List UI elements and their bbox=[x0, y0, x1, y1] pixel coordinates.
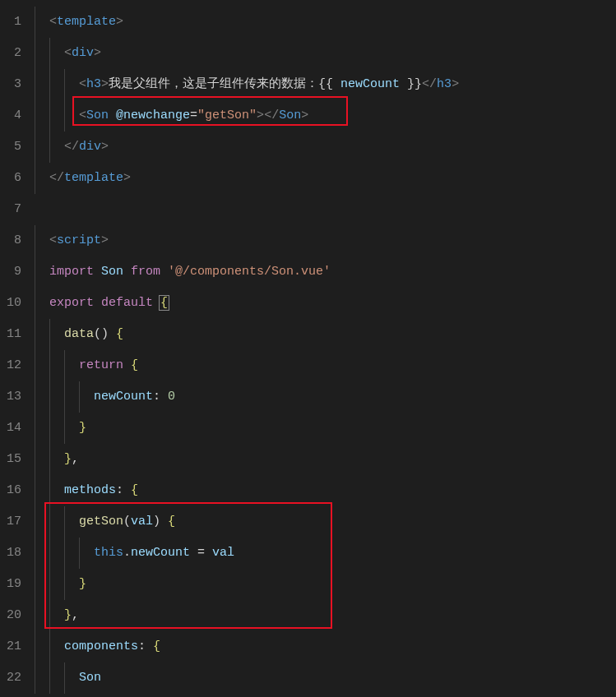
line-number: 22 bbox=[7, 662, 21, 694]
line-number: 15 bbox=[7, 444, 21, 475]
code-line[interactable]: <h3>我是父组件，这是子组件传来的数据：{{ newCount }}</h3> bbox=[35, 69, 616, 100]
line-number: 4 bbox=[7, 100, 21, 132]
line-number: 21 bbox=[7, 631, 21, 662]
code-line[interactable]: <div> bbox=[35, 38, 616, 69]
code-line[interactable] bbox=[35, 194, 616, 225]
code-line[interactable]: data() { bbox=[35, 319, 616, 350]
code-line[interactable]: </template> bbox=[35, 163, 616, 194]
code-area[interactable]: <template> <div> <h3>我是父组件，这是子组件传来的数据：{{… bbox=[31, 0, 616, 697]
code-line[interactable]: import Son from '@/components/Son.vue' bbox=[35, 256, 616, 288]
line-number: 19 bbox=[7, 569, 21, 600]
code-line[interactable]: return { bbox=[35, 350, 616, 381]
code-line[interactable]: Son bbox=[35, 662, 616, 694]
code-line[interactable]: components: { bbox=[35, 631, 616, 662]
code-line[interactable]: } bbox=[35, 569, 616, 600]
code-line[interactable]: this.newCount = val bbox=[35, 538, 616, 569]
code-line[interactable]: <Son @newchange="getSon"></Son> bbox=[35, 100, 616, 132]
line-number: 6 bbox=[7, 163, 21, 194]
line-number: 10 bbox=[7, 288, 21, 319]
line-number: 9 bbox=[7, 256, 21, 288]
code-line[interactable]: <template> bbox=[35, 7, 616, 38]
line-number: 20 bbox=[7, 600, 21, 631]
line-number: 11 bbox=[7, 319, 21, 350]
line-number: 18 bbox=[7, 538, 21, 569]
code-line[interactable]: newCount: 0 bbox=[35, 381, 616, 413]
line-number: 12 bbox=[7, 350, 21, 381]
code-line[interactable]: export default { bbox=[35, 288, 616, 319]
line-number: 2 bbox=[7, 38, 21, 69]
line-number: 5 bbox=[7, 132, 21, 163]
code-line[interactable]: } bbox=[35, 413, 616, 444]
code-editor[interactable]: 1 2 3 4 5 6 7 8 9 10 11 12 13 14 15 16 1… bbox=[0, 0, 616, 697]
code-line[interactable]: }, bbox=[35, 444, 616, 475]
code-line[interactable]: methods: { bbox=[35, 475, 616, 506]
bracket-match-icon: { bbox=[159, 295, 169, 311]
code-line[interactable]: getSon(val) { bbox=[35, 506, 616, 538]
code-line[interactable]: </div> bbox=[35, 132, 616, 163]
line-number: 1 bbox=[7, 7, 21, 38]
code-line[interactable]: <script> bbox=[35, 225, 616, 256]
line-number: 16 bbox=[7, 475, 21, 506]
line-number: 8 bbox=[7, 225, 21, 256]
line-number: 3 bbox=[7, 69, 21, 100]
line-number: 13 bbox=[7, 381, 21, 413]
code-line[interactable]: }, bbox=[35, 600, 616, 631]
line-number-gutter: 1 2 3 4 5 6 7 8 9 10 11 12 13 14 15 16 1… bbox=[0, 0, 31, 697]
line-number: 14 bbox=[7, 413, 21, 444]
line-number: 7 bbox=[7, 194, 21, 225]
line-number: 17 bbox=[7, 506, 21, 538]
